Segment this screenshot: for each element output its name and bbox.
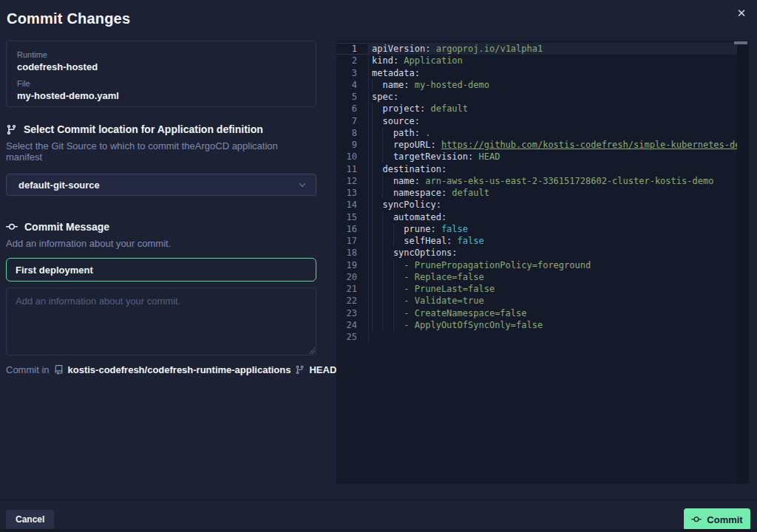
code-line: 2kind: Application	[336, 55, 749, 66]
code-line: 5spec:	[336, 91, 749, 103]
commit-message-heading-label: Commit Message	[24, 221, 109, 233]
code-line: 1apiVersion: argoproj.io/v1alpha1	[336, 43, 749, 55]
editor-scrollbar-track[interactable]	[737, 41, 749, 484]
commit-message-heading: Commit Message	[6, 221, 316, 233]
code-line: 13 namespace: default	[336, 187, 749, 199]
code-line: 6 project: default	[336, 103, 749, 115]
code-line: 8 path: .	[336, 127, 749, 139]
git-source-subtitle: Select the Git Source to which to commit…	[6, 140, 316, 163]
code-lines: 1apiVersion: argoproj.io/v1alpha12kind: …	[336, 43, 749, 343]
code-line: 4 name: my-hosted-demo	[336, 79, 749, 91]
commit-target-row: Commit in kostis-codefresh/codefresh-run…	[6, 364, 316, 375]
code-line: 21 - PruneLast=false	[336, 283, 749, 295]
runtime-label: Runtime	[17, 50, 305, 59]
runtime-value: codefresh-hosted	[17, 61, 305, 72]
code-line: 22 - Validate=true	[336, 295, 749, 307]
file-value: my-hosted-demo.yaml	[17, 90, 305, 101]
commit-button-label: Commit	[707, 514, 742, 525]
chevron-down-icon	[298, 180, 307, 189]
code-line: 3metadata:	[336, 67, 749, 79]
code-line: 19 - PrunePropagationPolicy=foreground	[336, 259, 749, 271]
commit-description-textarea[interactable]	[6, 287, 316, 355]
cancel-button[interactable]: Cancel	[6, 510, 54, 529]
runtime-file-info-box: Runtime codefresh-hosted File my-hosted-…	[6, 41, 316, 107]
code-line: 7 source:	[336, 115, 749, 127]
git-source-dropdown[interactable]: default-git-source	[6, 174, 316, 196]
footer: Cancel Commit	[0, 500, 757, 529]
git-source-heading-label: Select Commit location for Application d…	[24, 123, 263, 135]
code-line: 24 - ApplyOutOfSyncOnly=false	[336, 319, 749, 331]
code-line: 20 - Replace=false	[336, 271, 749, 283]
editor-scrollbar-thumb[interactable]	[734, 41, 747, 44]
file-label: File	[17, 79, 305, 88]
repo-icon	[54, 365, 64, 375]
commit-button[interactable]: Commit	[684, 508, 750, 531]
page-title: Commit Changes	[7, 10, 130, 27]
commit-button-icon	[691, 514, 702, 525]
code-line: 15 automated:	[336, 211, 749, 223]
code-line: 9 repoURL: https://github.com/kostis-cod…	[336, 139, 749, 151]
commit-form: Runtime codefresh-hosted File my-hosted-…	[6, 41, 316, 375]
git-source-heading: Select Commit location for Application d…	[6, 123, 316, 135]
yaml-editor[interactable]: 1apiVersion: argoproj.io/v1alpha12kind: …	[336, 41, 749, 484]
code-line: 17 selfHeal: false	[336, 235, 749, 247]
code-line: 14 syncPolicy:	[336, 199, 749, 211]
commit-target-repo: kostis-codefresh/codefresh-runtime-appli…	[68, 364, 291, 375]
code-line: 18 syncOptions:	[336, 247, 749, 259]
commit-message-input[interactable]	[6, 258, 316, 282]
code-line: 16 prune: false	[336, 223, 749, 235]
code-line: 25	[336, 331, 749, 343]
textarea-resize-handle[interactable]	[308, 347, 315, 354]
code-line: 23 - CreateNamespace=false	[336, 307, 749, 319]
close-icon[interactable]: ✕	[733, 5, 750, 21]
commit-message-subtitle: Add an information about your commit.	[6, 238, 316, 249]
modal-bottom-edge	[0, 529, 757, 532]
branch-ref-icon	[295, 365, 305, 375]
commit-in-label: Commit in	[6, 364, 50, 375]
git-branch-icon	[6, 124, 17, 135]
code-line: 10 targetRevision: HEAD	[336, 151, 749, 163]
git-commit-icon	[6, 221, 18, 233]
commit-target-ref: HEAD	[309, 364, 336, 375]
code-line: 12 name: arn-aws-eks-us-east-2-336151728…	[336, 175, 749, 187]
git-source-selected: default-git-source	[18, 180, 298, 191]
code-line: 11 destination:	[336, 163, 749, 175]
